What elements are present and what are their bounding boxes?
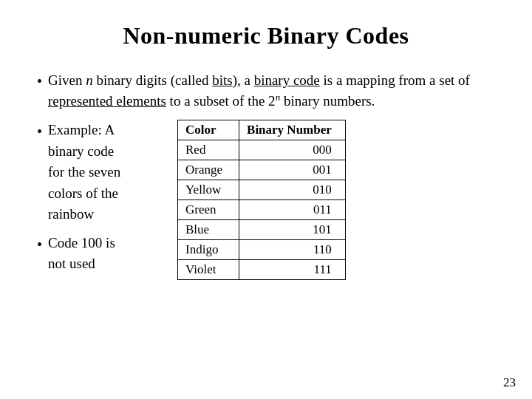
col-header-color: Color — [178, 120, 239, 140]
color-cell: Violet — [178, 260, 239, 280]
color-cell: Red — [178, 140, 239, 160]
binary-cell: 000 — [239, 140, 346, 160]
color-cell: Yellow — [178, 180, 239, 200]
binary-cell: 001 — [239, 160, 346, 180]
col-header-binary: Binary Number — [239, 120, 346, 140]
left-bullets: • Example: Abinary codefor the sevencolo… — [37, 120, 170, 275]
table-row: Yellow010 — [178, 180, 346, 200]
binary-cell: 110 — [239, 240, 346, 260]
color-cell: Blue — [178, 220, 239, 240]
color-binary-table: Color Binary Number Red000Orange001Yello… — [177, 120, 346, 280]
page-number: 23 — [503, 375, 516, 390]
bullet-dot-2: • — [37, 120, 42, 143]
color-cell: Green — [178, 200, 239, 220]
bullet-1-text: Given n binary digits (called bits), a b… — [48, 70, 495, 111]
bullet-section: • Given n binary digits (called bits), a… — [37, 70, 495, 280]
color-cell: Indigo — [178, 240, 239, 260]
binary-cell: 011 — [239, 200, 346, 220]
table-container: Color Binary Number Red000Orange001Yello… — [177, 120, 346, 280]
table-header-row: Color Binary Number — [178, 120, 346, 140]
combined-row: • Example: Abinary codefor the sevencolo… — [37, 120, 495, 280]
bullet-2-text: Example: Abinary codefor the sevencolors… — [48, 120, 170, 225]
bullet-dot-3: • — [37, 233, 42, 256]
binary-cell: 101 — [239, 220, 346, 240]
binary-cell: 111 — [239, 260, 346, 280]
table-row: Violet111 — [178, 260, 346, 280]
bullet-dot-1: • — [37, 71, 42, 92]
table-row: Orange001 — [178, 160, 346, 180]
table-row: Blue101 — [178, 220, 346, 240]
bullet-3: • Code 100 isnot used — [37, 233, 170, 275]
color-cell: Orange — [178, 160, 239, 180]
bullet-3-text: Code 100 isnot used — [48, 233, 170, 275]
table-row: Red000 — [178, 140, 346, 160]
table-row: Green011 — [178, 200, 346, 220]
binary-cell: 010 — [239, 180, 346, 200]
slide-title: Non-numeric Binary Codes — [37, 22, 495, 50]
bullet-2: • Example: Abinary codefor the sevencolo… — [37, 120, 170, 225]
slide: Non-numeric Binary Codes • Given n binar… — [0, 0, 532, 399]
table-row: Indigo110 — [178, 240, 346, 260]
bullet-1: • Given n binary digits (called bits), a… — [37, 70, 495, 111]
